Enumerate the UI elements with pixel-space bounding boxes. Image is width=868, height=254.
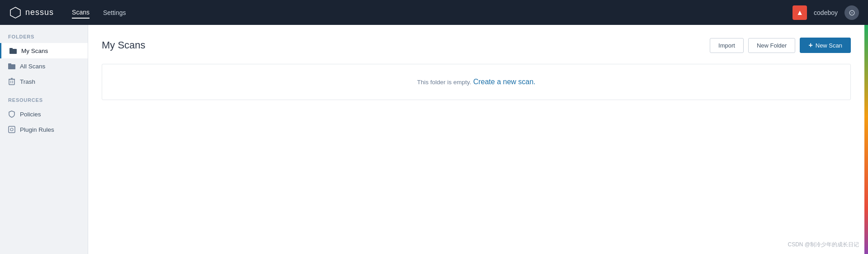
topbar-right: ▲ codeboy ⊙ [793, 5, 859, 20]
shield-icon [8, 110, 15, 118]
policies-label: Policies [20, 111, 41, 118]
folders-label: FOLDERS [0, 34, 88, 43]
svg-rect-4 [8, 63, 11, 65]
nav-item-settings[interactable]: Settings [103, 7, 126, 18]
sidebar-item-plugin-rules[interactable]: Plugin Rules [0, 122, 88, 137]
logo-area[interactable]: nessus [9, 6, 54, 19]
sidebar-item-all-scans[interactable]: All Scans [0, 58, 88, 74]
main-content: My Scans Import New Folder + New Scan Th… [88, 25, 864, 254]
trash-label: Trash [20, 78, 35, 85]
plugin-icon [8, 126, 15, 133]
logo-icon [9, 6, 22, 19]
svg-marker-0 [10, 7, 20, 18]
sidebar-item-my-scans[interactable]: My Scans [0, 43, 88, 58]
svg-rect-10 [9, 126, 15, 133]
plugin-rules-label: Plugin Rules [20, 126, 54, 133]
import-button[interactable]: Import [710, 38, 744, 53]
sidebar-item-trash[interactable]: Trash [0, 74, 88, 89]
topbar: nessus Scans Settings ▲ codeboy ⊙ [0, 0, 868, 25]
sidebar: FOLDERS My Scans All Scans [0, 25, 88, 254]
top-nav: Scans Settings [72, 7, 126, 19]
avatar[interactable]: ⊙ [844, 5, 859, 20]
svg-point-11 [10, 128, 13, 131]
page-title: My Scans [102, 39, 146, 51]
folder-icon [9, 47, 17, 54]
all-scans-folder-icon [8, 62, 15, 70]
svg-rect-2 [9, 48, 13, 50]
sidebar-item-policies[interactable]: Policies [0, 106, 88, 122]
nav-item-scans[interactable]: Scans [72, 7, 90, 19]
new-scan-button[interactable]: + New Scan [800, 38, 851, 53]
svg-rect-5 [9, 79, 14, 85]
my-scans-label: My Scans [21, 48, 48, 54]
new-folder-button[interactable]: New Folder [748, 38, 795, 53]
content-wrapper: FOLDERS My Scans All Scans [0, 25, 868, 254]
create-scan-link[interactable]: Create a new scan. [473, 78, 536, 86]
logo-text: nessus [25, 8, 54, 17]
notification-bell[interactable]: ▲ [793, 5, 807, 20]
resources-label: RESOURCES [0, 97, 88, 106]
right-indicator-bar [864, 25, 868, 254]
bell-icon: ▲ [796, 9, 803, 17]
empty-text: This folder is empty. [417, 79, 471, 86]
main-header: My Scans Import New Folder + New Scan [102, 38, 851, 53]
trash-icon [8, 78, 15, 85]
new-scan-label: New Scan [816, 42, 842, 49]
header-actions: Import New Folder + New Scan [710, 38, 851, 53]
empty-state: This folder is empty. Create a new scan. [102, 64, 851, 100]
plus-icon: + [808, 42, 812, 49]
avatar-icon: ⊙ [849, 8, 855, 18]
username-label: codeboy [814, 9, 838, 16]
all-scans-label: All Scans [20, 63, 45, 70]
watermark: CSDN @制冷少年的成长日记 [788, 241, 859, 249]
